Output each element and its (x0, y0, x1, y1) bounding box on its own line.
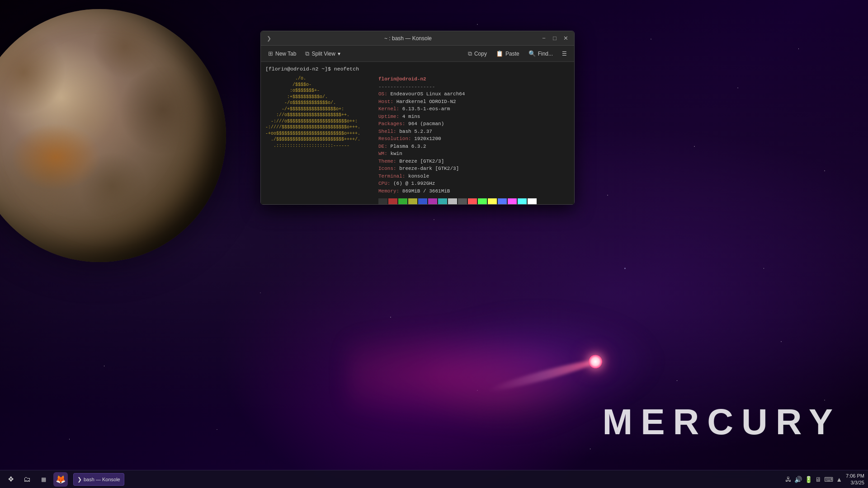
expand-tray-icon[interactable]: ▲ (836, 476, 842, 483)
taskbar-right: 🖧 🔊 🔋 🖥 ⌨ ▲ 7:06 PM 3/3/25 (785, 473, 864, 486)
cpu-value: (6) @ 1.992GHz (393, 181, 435, 186)
moon-surface-detail (11, 123, 101, 191)
window-icon: ❯ (265, 35, 273, 42)
find-icon: 🔍 (528, 50, 536, 57)
color-swatch (398, 198, 407, 204)
wm-value: kwin (390, 151, 402, 156)
konsole-taskbar-label: bash — Konsole (84, 477, 120, 482)
konsole-taskbar-button[interactable]: ❯ bash — Konsole (73, 473, 124, 486)
neofetch-info: florin@odroid-n2 ------------------- OS:… (378, 75, 537, 204)
file-manager-button[interactable]: 🗂 (20, 472, 34, 487)
color-swatch (418, 198, 427, 204)
paste-label: Paste (505, 51, 519, 57)
minimize-button[interactable]: − (540, 34, 548, 42)
kernel-label: Kernel: (378, 106, 399, 112)
battery-icon[interactable]: 🔋 (805, 476, 812, 483)
color-swatch (498, 198, 507, 204)
de-label: DE: (378, 144, 387, 149)
clock-time: 7:06 PM (846, 473, 864, 479)
network-icon[interactable]: 🖧 (785, 476, 792, 483)
terminal-value: konsole (408, 174, 429, 179)
clock-date: 3/3/25 (846, 479, 864, 486)
color-swatch (528, 198, 537, 204)
paste-button[interactable]: 📋 Paste (492, 48, 523, 59)
uptime-label: Uptime: (378, 114, 399, 119)
info-separator: ------------------- (378, 84, 435, 89)
color-swatch (518, 198, 527, 204)
kickoff-button[interactable]: ❖ (4, 472, 18, 487)
copy-button[interactable]: ⧉ Copy (464, 48, 491, 59)
host-value: Hardkernel ODROID-N2 (396, 99, 456, 104)
theme-value: Breeze [GTK2/3] (399, 159, 444, 164)
color-swatch (408, 198, 417, 204)
resolution-label: Resolution: (378, 136, 411, 141)
copy-icon: ⧉ (468, 50, 472, 57)
memory-value: 869MiB / 3661MiB (402, 188, 450, 194)
neofetch-art: ./o. /$$$$o- :o$$$$$$$+- :+$$$$$$$$$$o/.… (265, 75, 365, 204)
color-swatches (378, 198, 537, 204)
find-label: Find... (538, 51, 553, 57)
pager-button[interactable]: ▦ (36, 472, 51, 487)
window-controls: − □ ✕ (540, 34, 570, 42)
taskbar-clock: 7:06 PM 3/3/25 (846, 473, 864, 486)
de-value: Plasma 6.3.2 (390, 144, 426, 149)
resolution-value: 1920x1200 (414, 136, 441, 141)
menu-button[interactable]: ☰ (558, 49, 571, 59)
volume-icon[interactable]: 🔊 (794, 476, 802, 483)
color-swatch (458, 198, 467, 204)
maximize-button[interactable]: □ (551, 34, 559, 42)
os-label: OS: (378, 91, 387, 97)
split-view-icon: ⧉ (305, 50, 309, 57)
display-icon[interactable]: 🖥 (815, 476, 821, 483)
split-view-button[interactable]: ⧉ Split View ▾ (302, 48, 344, 59)
konsole-window: ❯ ~ : bash — Konsole − □ ✕ ⊞ New Tab ⧉ S… (260, 31, 575, 205)
mercury-watermark: MERCURY (603, 401, 841, 443)
color-swatch (448, 198, 457, 204)
firefox-button[interactable]: 🦊 (53, 472, 68, 487)
find-button[interactable]: 🔍 Find... (525, 48, 557, 59)
color-swatch (508, 198, 517, 204)
kernel-value: 6.13.5-1-eos-arm (402, 106, 450, 112)
window-title: ~ : bash — Konsole (276, 35, 540, 42)
color-swatch (488, 198, 497, 204)
packages-label: Packages: (378, 121, 405, 127)
new-tab-icon: ⊞ (268, 50, 273, 57)
info-username: florin@odroid-n2 (378, 76, 426, 82)
icons-label: Icons: (378, 166, 396, 171)
color-swatch (388, 198, 397, 204)
keyboard-icon[interactable]: ⌨ (824, 476, 833, 483)
close-button[interactable]: ✕ (561, 34, 570, 42)
uptime-value: 4 mins (402, 114, 420, 119)
theme-label: Theme: (378, 159, 396, 164)
new-tab-button[interactable]: ⊞ New Tab (264, 48, 300, 59)
comet-head (587, 353, 604, 370)
host-label: Host: (378, 99, 393, 104)
color-swatch (478, 198, 487, 204)
color-swatch (468, 198, 477, 204)
new-tab-label: New Tab (275, 51, 296, 57)
split-view-label: Split View (311, 51, 335, 57)
paste-icon: 📋 (496, 50, 503, 57)
cpu-label: CPU: (378, 181, 390, 186)
konsole-taskbar-icon: ❯ (77, 476, 82, 483)
sys-tray: 🖧 🔊 🔋 🖥 ⌨ ▲ (785, 476, 842, 483)
wm-label: WM: (378, 151, 387, 156)
taskbar-left: ❖ 🗂 ▦ 🦊 ❯ bash — Konsole (4, 472, 124, 487)
terminal-label: Terminal: (378, 174, 405, 179)
os-value: EndeavourOS Linux aarch64 (390, 91, 465, 97)
neofetch-output: ./o. /$$$$o- :o$$$$$$$+- :+$$$$$$$$$$o/.… (265, 75, 570, 204)
split-view-arrow: ▾ (338, 51, 340, 57)
shell-value: bash 5.2.37 (399, 129, 432, 134)
icons-value: breeze-dark [GTK2/3] (399, 166, 459, 171)
menu-icon: ☰ (562, 51, 567, 57)
toolbar: ⊞ New Tab ⧉ Split View ▾ ⧉ Copy 📋 Paste … (261, 46, 574, 62)
title-bar: ❯ ~ : bash — Konsole − □ ✕ (261, 31, 574, 46)
packages-value: 964 (pacman) (408, 121, 444, 127)
terminal-prompt-1: [florin@odroid-n2 ~]$ neofetch (265, 66, 570, 73)
color-swatch (428, 198, 437, 204)
color-swatch (378, 198, 387, 204)
color-swatch (438, 198, 447, 204)
shell-label: Shell: (378, 129, 396, 134)
terminal-area[interactable]: [florin@odroid-n2 ~]$ neofetch ./o. /$$$… (261, 62, 574, 204)
copy-label: Copy (474, 51, 487, 57)
